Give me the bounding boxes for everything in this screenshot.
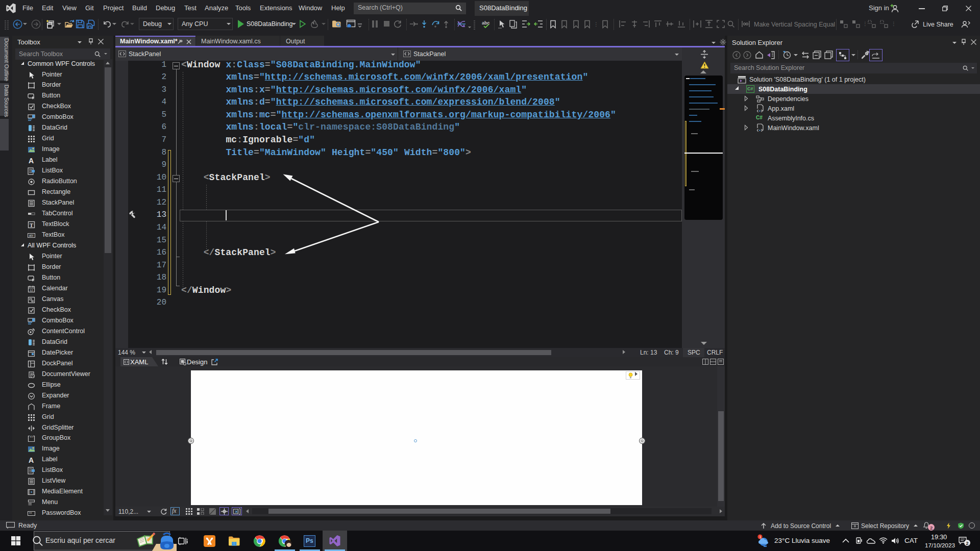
svg-text:1: 1 — [759, 535, 761, 539]
svg-text:12: 12 — [30, 289, 33, 292]
svg-text:**: ** — [29, 512, 32, 515]
svg-text:XY: XY — [30, 435, 34, 438]
svg-text:A: A — [29, 456, 34, 464]
svg-text:A: A — [29, 157, 34, 164]
svg-text:abl: abl — [29, 234, 34, 237]
svg-text:T: T — [30, 222, 33, 228]
